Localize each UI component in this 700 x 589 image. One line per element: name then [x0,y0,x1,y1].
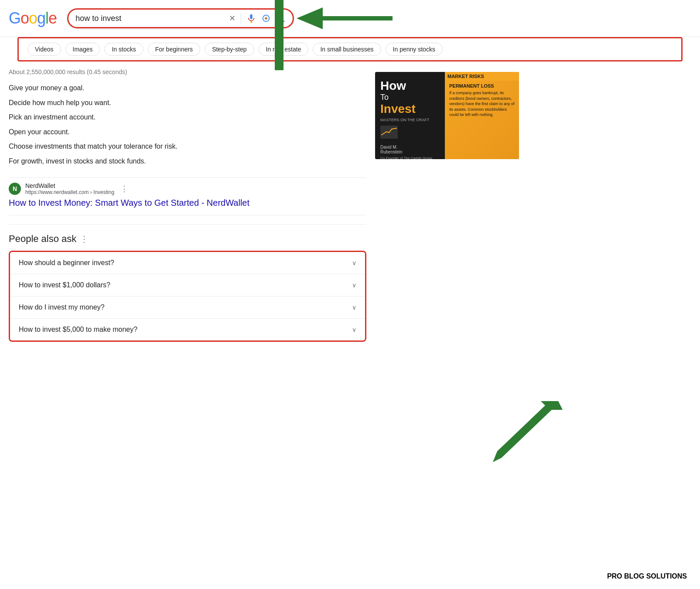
source-name: NerdWallet [25,182,114,189]
step-5: Choose investments that match your toler… [9,141,366,152]
filter-bar-outer: Videos Images In stocks For beginners St… [0,37,700,61]
pro-blog-solutions-label: PRO BLOG SOLUTIONS [607,572,687,580]
header: G o o g l e ✕ [0,0,700,37]
source-url: https://www.nerdwallet.com › Investing [25,189,114,195]
paa-header: People also ask ⋮ [9,233,366,245]
step-1: Give your money a goal. [9,82,366,94]
source-header: N NerdWallet https://www.nerdwallet.com … [9,182,366,195]
main-content: About 2,550,000,000 results (0.45 second… [0,61,700,349]
arrow-to-filter-tabs [266,0,292,70]
logo-o2: o [29,9,37,27]
source-favicon: N [9,183,21,195]
paa-item-2[interactable]: How to invest $1,000 dollars? ∨ [10,274,365,296]
logo-g1: G [9,9,20,27]
left-panel: About 2,550,000,000 results (0.45 second… [9,68,366,342]
book-right-text: If a company goes bankrupt, its creditor… [449,90,515,118]
separator-2 [9,224,366,225]
search-input[interactable] [75,14,225,23]
filter-tab-for-beginners[interactable]: For beginners [148,43,200,56]
source-title-link[interactable]: How to Invest Money: Smart Ways to Get S… [9,198,249,208]
right-panel: ? How To Invest MASTERS ON THE CRAFT Dav… [375,68,528,342]
source-info: NerdWallet https://www.nerdwallet.com › … [25,182,114,195]
logo-e: e [48,9,57,27]
arrow-to-searchbar [297,5,393,31]
book-permanent-loss: PERMANENT LOSS [449,83,515,89]
paa-item-3[interactable]: How do I invest my money? ∨ [10,296,365,319]
paa-title: People also ask [9,233,76,245]
arrow-to-paa-wrapper [475,401,563,464]
filter-tab-step-by-step[interactable]: Step-by-step [205,43,254,56]
step-6: For growth, invest in stocks and stock f… [9,156,366,167]
filter-tab-in-penny-stocks[interactable]: In penny stocks [386,43,443,56]
step-4: Open your account. [9,126,366,138]
paa-section: People also ask ⋮ How should a beginner … [9,233,366,342]
logo-o1: o [20,9,29,27]
book-author-desc: Co-Founder of The Carlyle GroupNew York … [380,156,440,159]
steps-list: Give your money a goal. Decide how much … [9,82,366,167]
svg-rect-0 [250,14,253,19]
book-title-to: To [380,93,440,102]
arrow-to-paa [475,401,563,462]
source-more-options[interactable]: ⋮ [120,184,128,194]
clear-icon[interactable]: ✕ [229,14,236,23]
svg-marker-7 [297,7,393,29]
step-3: Pick an investment account. [9,112,366,123]
paa-question-1: How should a beginner invest? [19,259,114,267]
book-right-panel: MARKET RISKS PERMANENT LOSS If a company… [445,72,519,159]
filter-bar: Videos Images In stocks For beginners St… [17,37,683,61]
paa-box: How should a beginner invest? ∨ How to i… [9,251,366,342]
paa-item-4[interactable]: How to invest $5,000 to make money? ∨ [10,319,365,340]
filter-tab-videos[interactable]: Videos [27,43,61,56]
paa-question-3: How do I invest my money? [19,303,105,311]
search-bar[interactable]: ✕ [67,8,294,28]
chevron-down-icon-1: ∨ [352,259,356,266]
book-cover: How To Invest MASTERS ON THE CRAFT David… [375,72,519,159]
chevron-down-icon-4: ∨ [352,326,356,333]
book-right-header: MARKET RISKS [445,72,519,81]
book-author: David M.Rubenstein [380,145,440,154]
logo-g2: g [37,9,45,27]
filter-tab-in-small-businesses[interactable]: In small businesses [313,43,381,56]
arrow-search-container [297,5,393,31]
divider [241,13,241,24]
chevron-down-icon-2: ∨ [352,282,356,289]
paa-options-icon[interactable]: ⋮ [80,234,89,244]
book-subtitle: MASTERS ON THE CRAFT [380,118,440,122]
book-left-panel: How To Invest MASTERS ON THE CRAFT David… [375,72,445,159]
separator-1 [9,177,366,178]
book-title-how: How [380,79,440,93]
paa-question-2: How to invest $1,000 dollars? [19,281,110,289]
chevron-down-icon-3: ∨ [352,304,356,311]
svg-marker-8 [268,0,290,70]
filter-tab-images[interactable]: Images [65,43,100,56]
book-title-invest: Invest [380,102,440,116]
book-chart-icon [380,126,440,140]
paa-question-4: How to invest $5,000 to make money? [19,326,137,334]
paa-item-1[interactable]: How should a beginner invest? ∨ [10,252,365,274]
filter-tab-in-stocks[interactable]: In stocks [104,43,143,56]
results-count: About 2,550,000,000 results (0.45 second… [9,68,366,75]
source-card: N NerdWallet https://www.nerdwallet.com … [9,182,366,215]
mic-icon[interactable] [246,14,256,23]
step-2: Decide how much help you want. [9,97,366,109]
svg-marker-10 [493,401,563,462]
google-logo[interactable]: G o o g l e [9,9,57,27]
logo-l: l [45,9,48,27]
